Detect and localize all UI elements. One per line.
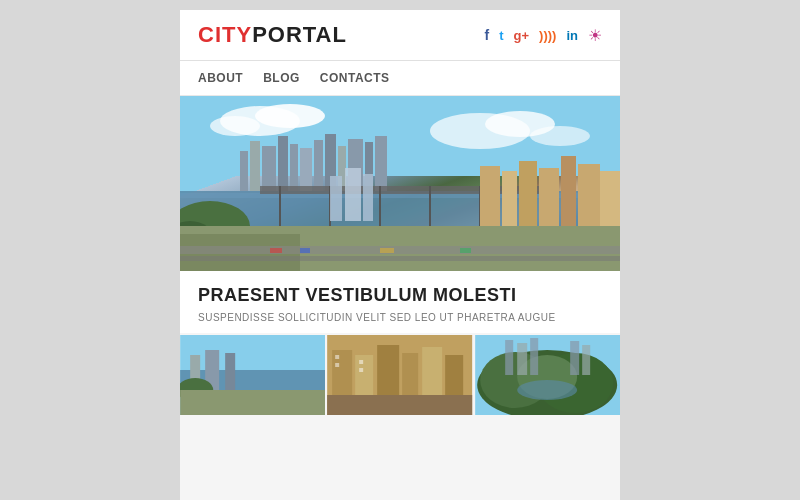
svg-rect-18 <box>375 136 387 191</box>
google-plus-icon[interactable]: g+ <box>514 28 530 43</box>
svg-rect-64 <box>335 363 339 367</box>
instagram-icon[interactable]: ☀ <box>588 26 602 45</box>
svg-rect-30 <box>480 166 500 236</box>
rss-icon[interactable]: )))) <box>539 28 556 43</box>
nav-item-blog[interactable]: BLOG <box>263 71 300 85</box>
svg-rect-9 <box>262 146 276 191</box>
svg-rect-38 <box>345 168 361 221</box>
svg-rect-10 <box>278 136 288 191</box>
social-icons: f t g+ )))) in ☀ <box>485 26 602 45</box>
svg-rect-11 <box>290 144 298 191</box>
svg-point-72 <box>517 380 577 400</box>
page-wrapper: CITYPORTAL f t g+ )))) in ☀ ABOUT BLOG C… <box>0 0 800 500</box>
nav-item-contacts[interactable]: CONTACTS <box>320 71 390 85</box>
svg-rect-35 <box>578 164 600 236</box>
facebook-icon[interactable]: f <box>485 27 490 43</box>
linkedin-icon[interactable]: in <box>566 28 578 43</box>
svg-rect-37 <box>330 176 342 221</box>
svg-rect-8 <box>250 141 260 191</box>
header: CITYPORTAL f t g+ )))) in ☀ <box>180 10 620 61</box>
logo: CITYPORTAL <box>198 22 347 48</box>
thumbnail-3[interactable] <box>475 335 620 415</box>
hero-image <box>180 96 620 271</box>
svg-rect-65 <box>359 360 363 364</box>
svg-rect-44 <box>270 248 282 253</box>
svg-rect-34 <box>561 156 576 236</box>
svg-point-3 <box>210 116 260 136</box>
article-subtitle: SUSPENDISSE SOLLICITUDIN VELIT SED LEO U… <box>198 312 602 323</box>
svg-rect-42 <box>180 246 620 254</box>
svg-rect-33 <box>539 168 559 236</box>
logo-portal: PORTAL <box>252 22 347 47</box>
nav-item-about[interactable]: ABOUT <box>198 71 243 85</box>
svg-rect-13 <box>314 140 323 191</box>
svg-rect-74 <box>517 343 527 375</box>
article-title: PRAESENT VESTIBULUM MOLESTI <box>198 285 602 306</box>
svg-rect-43 <box>180 256 620 261</box>
svg-rect-77 <box>582 345 590 375</box>
svg-rect-7 <box>240 151 248 191</box>
main-container: CITYPORTAL f t g+ )))) in ☀ ABOUT BLOG C… <box>180 10 620 500</box>
svg-rect-75 <box>530 338 538 375</box>
logo-city: CITY <box>198 22 252 47</box>
svg-rect-54 <box>180 390 325 415</box>
navigation: ABOUT BLOG CONTACTS <box>180 61 620 96</box>
twitter-icon[interactable]: t <box>499 28 503 43</box>
svg-point-2 <box>255 104 325 128</box>
thumbnail-row <box>180 335 620 415</box>
svg-rect-32 <box>519 161 537 236</box>
svg-rect-46 <box>380 248 394 253</box>
svg-point-6 <box>530 126 590 146</box>
svg-rect-62 <box>327 395 472 415</box>
svg-rect-45 <box>300 248 310 253</box>
svg-rect-47 <box>460 248 471 253</box>
svg-rect-73 <box>505 340 513 375</box>
thumbnail-1[interactable] <box>180 335 325 415</box>
svg-rect-76 <box>570 341 579 375</box>
svg-rect-12 <box>300 148 312 191</box>
svg-rect-39 <box>363 174 373 221</box>
article-section: PRAESENT VESTIBULUM MOLESTI SUSPENDISSE … <box>180 271 620 333</box>
svg-rect-66 <box>359 368 363 372</box>
svg-rect-63 <box>335 355 339 359</box>
thumbnail-2[interactable] <box>327 335 472 415</box>
